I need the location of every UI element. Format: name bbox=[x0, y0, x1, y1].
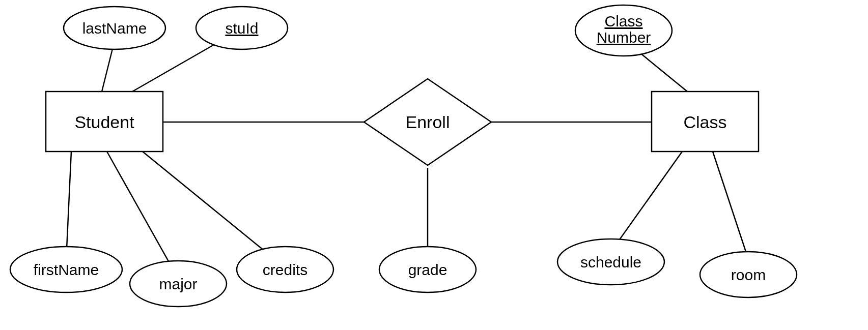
attribute-stuId-label: stuId bbox=[225, 20, 258, 37]
attribute-classNumber-label-line2: Number bbox=[597, 29, 651, 46]
attribute-lastName-label: lastName bbox=[82, 20, 147, 37]
connector bbox=[713, 152, 748, 259]
entity-student-label: Student bbox=[74, 112, 134, 132]
attribute-room-label: room bbox=[731, 266, 766, 283]
entity-class-label: Class bbox=[683, 112, 726, 132]
connector bbox=[107, 152, 173, 269]
relationship-enroll-label: Enroll bbox=[406, 112, 450, 132]
attribute-grade-label: grade bbox=[408, 261, 447, 278]
attribute-classNumber-label-line1: Class bbox=[604, 13, 642, 29]
connector bbox=[66, 152, 71, 259]
attribute-credits-label: credits bbox=[263, 261, 307, 278]
er-diagram: Student Class Enroll lastName stuId firs… bbox=[0, 0, 868, 330]
attribute-firstName-label: firstName bbox=[34, 261, 99, 278]
attribute-major-label: major bbox=[159, 276, 197, 292]
connector bbox=[143, 152, 275, 259]
connector bbox=[611, 152, 682, 252]
attribute-schedule-label: schedule bbox=[580, 254, 641, 271]
